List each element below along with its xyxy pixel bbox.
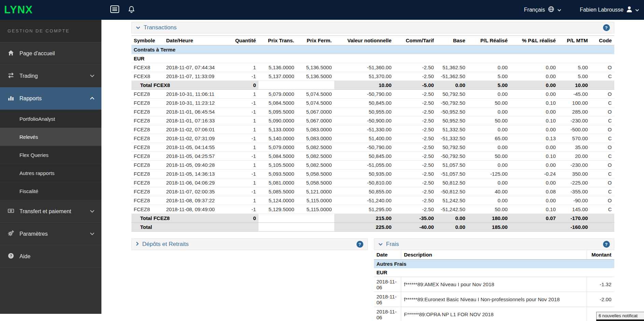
svg-text:?: ? bbox=[10, 254, 12, 258]
chevron-down-icon bbox=[557, 7, 561, 13]
chevron-right-icon bbox=[136, 241, 139, 247]
currency-row: EUR bbox=[131, 54, 614, 63]
sidebar-subitem-autres-rapports[interactable]: Autres rapports bbox=[0, 164, 101, 182]
fees-table: Date Description Montant Autres FraisEUR… bbox=[374, 250, 614, 321]
user-icon bbox=[626, 6, 632, 14]
notification-toast-edge bbox=[596, 320, 644, 321]
chevron-down-icon bbox=[136, 25, 140, 31]
sidebar: GESTION DE COMPTE Page d'accueil Trading bbox=[0, 20, 101, 314]
sidebar-subitem-flex-queries[interactable]: Flex Queries bbox=[0, 146, 101, 164]
fees-panel-header[interactable]: Frais ? bbox=[374, 238, 614, 250]
transaction-row: FCEZ82018-10-31, 11:23:12-15,084.50005,0… bbox=[131, 99, 614, 107]
subtotal-row: Total FCEX8010.00-5.000.005.000.0010.00 bbox=[131, 81, 614, 90]
notifications-button[interactable] bbox=[128, 5, 135, 14]
help-icon[interactable]: ? bbox=[603, 24, 610, 31]
bar-chart-icon bbox=[8, 94, 14, 103]
sidebar-subitem-label: Flex Queries bbox=[19, 152, 48, 158]
fee-description: f******89:AMEX Niveau I pour Nov 2018 bbox=[401, 277, 587, 292]
transaction-row: FCEZ82018-11-05, 14:36:13-15,093.50005,0… bbox=[131, 170, 614, 178]
grand-total-row: Total225.00-40.000.00185.00-160.00 bbox=[131, 223, 614, 232]
sidebar-subitem-releves[interactable]: Relevés bbox=[0, 128, 101, 146]
sidebar-section-title: GESTION DE COMPTE bbox=[0, 20, 101, 42]
fees-section-row: Autres Frais bbox=[374, 260, 614, 268]
navbar-right: Français Fabien Labrousse bbox=[524, 6, 644, 14]
help-icon[interactable]: ? bbox=[603, 241, 610, 248]
transaction-row: FCEX82018-11-07, 07:44:3415,136.00005,13… bbox=[131, 63, 614, 72]
top-navbar: LYNX Français bbox=[0, 0, 644, 20]
transaction-row: FCEZ82018-11-08, 09:49:00-15,129.50005,1… bbox=[131, 205, 614, 214]
chevron-down-icon bbox=[378, 241, 383, 247]
money-transfer-icon bbox=[8, 207, 14, 216]
main-content: Transactions ? Symbole Date/Heure Quanti… bbox=[101, 20, 644, 321]
sidebar-item-label: Trading bbox=[19, 73, 38, 79]
transaction-row: FCEZ82018-11-05, 04:14:5515,079.00005,08… bbox=[131, 143, 614, 152]
transaction-row: FCEZ82018-11-08, 09:37:2215,124.00005,11… bbox=[131, 196, 614, 205]
trading-icon bbox=[8, 72, 14, 80]
column-header: Valeur notionnelle bbox=[334, 36, 394, 45]
question-circle-icon: ? bbox=[8, 252, 14, 261]
sidebar-item-trading[interactable]: Trading bbox=[0, 65, 101, 87]
sidebar-item-label: Page d'accueil bbox=[19, 50, 55, 57]
chevron-down-icon bbox=[90, 74, 95, 77]
fee-date: 2018-11-06 bbox=[374, 277, 401, 292]
sidebar-item-page-accueil[interactable]: Page d'accueil bbox=[0, 42, 101, 65]
column-header: Date/Heure bbox=[164, 36, 230, 45]
column-header: Comm/Tarif bbox=[394, 36, 436, 45]
lynx-logo: LYNX bbox=[0, 4, 101, 16]
sidebar-item-rapports[interactable]: Rapports bbox=[0, 87, 101, 110]
sidebar-subitem-label: Relevés bbox=[19, 134, 38, 140]
transactions-header-row: Symbole Date/Heure Quantité Prix Trans. … bbox=[131, 36, 614, 45]
transaction-row: FCEZ82018-11-01, 06:45:54-15,095.50005,0… bbox=[131, 107, 614, 116]
sidebar-item-parametres[interactable]: Paramètres bbox=[0, 223, 101, 245]
section-label: Contrats à Terme bbox=[131, 45, 614, 54]
column-header: % P&L réalisé bbox=[510, 36, 558, 45]
fees-panel: Frais ? Date Description Montant Aut bbox=[374, 238, 614, 321]
column-header: Prix Ferm. bbox=[297, 36, 334, 45]
sidebar-subitem-portfolioanalyst[interactable]: PortfolioAnalyst bbox=[0, 110, 101, 128]
column-header: Prix Trans. bbox=[258, 36, 297, 45]
deposits-title: Dépôts et Retraits bbox=[142, 241, 189, 248]
user-menu[interactable]: Fabien Labrousse bbox=[580, 6, 639, 14]
column-header: Quantité bbox=[230, 36, 258, 45]
table-section-row: Contrats à Terme bbox=[131, 45, 614, 54]
transactions-table-body: Contrats à TermeEURFCEX82018-11-07, 07:4… bbox=[131, 45, 614, 232]
fee-amount: -1.32 bbox=[587, 277, 614, 292]
help-icon[interactable]: ? bbox=[356, 241, 363, 248]
fee-row: 2018-11-06f******89:AMEX Niveau I pour N… bbox=[374, 277, 614, 292]
transaction-row: FCEZ82018-11-06, 04:06:2915,081.00005,05… bbox=[131, 178, 614, 187]
language-selector[interactable]: Français bbox=[524, 6, 561, 14]
transaction-row: FCEZ82018-10-31, 11:06:1115,079.00005,07… bbox=[131, 90, 614, 99]
sidebar-item-label: Rapports bbox=[19, 96, 42, 102]
sidebar-subitem-label: Fiscalité bbox=[19, 188, 38, 194]
sidebar-item-aide[interactable]: ? Aide bbox=[0, 245, 101, 268]
column-header: P/L MTM bbox=[558, 36, 590, 45]
chevron-up-icon bbox=[90, 97, 95, 100]
column-header: Montant bbox=[587, 250, 614, 260]
sidebar-subitem-fiscalite[interactable]: Fiscalité bbox=[0, 182, 101, 200]
fee-amount: -2.00 bbox=[587, 292, 614, 307]
menu-toggle-button[interactable] bbox=[110, 5, 119, 14]
column-header: P/L Réalisé bbox=[468, 36, 510, 45]
transactions-panel: Transactions ? Symbole Date/Heure Quanti… bbox=[131, 22, 614, 232]
sidebar-item-label: Transfert et paiement bbox=[19, 208, 71, 215]
chevron-down-icon bbox=[635, 7, 639, 13]
home-icon bbox=[8, 49, 14, 58]
sidebar-item-transfert[interactable]: Transfert et paiement bbox=[0, 200, 101, 223]
notification-toast[interactable]: 6 nouvelles notificat bbox=[596, 312, 644, 320]
globe-icon bbox=[548, 6, 555, 14]
currency-label: EUR bbox=[374, 268, 614, 277]
sidebar-subitem-label: PortfolioAnalyst bbox=[19, 116, 55, 122]
deposits-panel-header[interactable]: Dépôts et Retraits ? bbox=[131, 238, 368, 250]
column-header: Symbole bbox=[131, 36, 164, 45]
transaction-row: FCEZ82018-11-05, 09:40:2815,105.50005,08… bbox=[131, 161, 614, 170]
transactions-panel-header[interactable]: Transactions ? bbox=[131, 22, 614, 33]
section-label: Autres Frais bbox=[374, 260, 614, 268]
sidebar-item-label: Paramètres bbox=[19, 231, 48, 237]
fees-table-body: Autres FraisEUR2018-11-06f******89:AMEX … bbox=[374, 260, 614, 321]
column-header: Date bbox=[374, 250, 401, 260]
column-header: Description bbox=[401, 250, 587, 260]
column-header: Code bbox=[590, 36, 614, 45]
transaction-row: FCEX82018-11-07, 11:33:09-15,137.00005,1… bbox=[131, 72, 614, 81]
fee-date: 2018-11-06 bbox=[374, 292, 401, 307]
subtotal-row: Total FCEZ80215.00-35.000.00180.000.07-1… bbox=[131, 214, 614, 223]
